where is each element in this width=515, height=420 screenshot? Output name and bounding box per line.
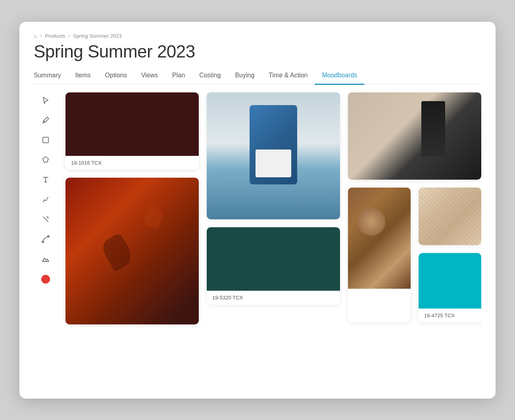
tab-moodboards[interactable]: Moodboards (315, 69, 364, 85)
column-2: 19-5320 TCX (207, 92, 340, 305)
breadcrumb-products[interactable]: Products (45, 33, 65, 39)
tab-nav: Summary Items Options Views Plan Costing… (34, 69, 481, 85)
toolbar (34, 84, 58, 384)
breadcrumb-separator2: > (67, 33, 71, 39)
landscape-tool[interactable] (39, 253, 52, 265)
polygon-tool[interactable] (39, 153, 52, 166)
swatch-dark-teal-color (207, 227, 340, 291)
card-photo-fabric[interactable] (419, 188, 481, 245)
swatch-dark-red-color (65, 92, 199, 156)
rect-tool[interactable] (39, 134, 52, 146)
app-window: ⌂ > Products > Spring Summer 2023 Spring… (19, 22, 496, 399)
svg-marker-1 (43, 157, 48, 162)
swatch-dark-teal-label: 19-5320 TCX (207, 291, 340, 305)
wood-photo (348, 188, 411, 289)
breadcrumb-separator: > (39, 33, 42, 39)
autumn-photo (65, 178, 199, 324)
home-icon[interactable]: ⌂ (34, 33, 37, 39)
column-1: 18-1016 TCX (65, 92, 199, 324)
tab-costing[interactable]: Costing (192, 69, 228, 85)
moodboard-canvas: 18-1016 TCX 19-5320 TC (58, 84, 481, 384)
page-title: Spring Summer 2023 (34, 42, 481, 61)
card-photo-fashion[interactable] (348, 92, 481, 180)
swatch-teal-label: 16-4725 TCX (419, 309, 481, 322)
breadcrumb: ⌂ > Products > Spring Summer 2023 (34, 33, 481, 39)
swatch-dark-red-label: 18-1016 TCX (65, 156, 199, 170)
denim-photo (207, 92, 340, 219)
color-picker-tool[interactable] (41, 275, 50, 284)
tab-options[interactable]: Options (98, 69, 134, 85)
tab-summary[interactable]: Summary (34, 69, 68, 85)
arrow-tool[interactable] (39, 213, 52, 226)
select-tool[interactable] (39, 94, 52, 107)
card-swatch-teal[interactable]: 16-4725 TCX (419, 253, 481, 322)
card-photo-wood[interactable] (348, 188, 411, 322)
card-swatch-dark-red[interactable]: 18-1016 TCX (65, 92, 199, 170)
line-tool[interactable] (39, 193, 52, 206)
moodboard-grid: 18-1016 TCX 19-5320 TC (65, 92, 481, 324)
column-3: 16-4725 TCX (348, 92, 481, 322)
card-photo-autumn[interactable] (65, 178, 199, 324)
fashion-photo (348, 92, 481, 180)
tab-plan[interactable]: Plan (165, 69, 192, 85)
text-tool[interactable] (39, 173, 52, 186)
tab-items[interactable]: Items (68, 69, 98, 85)
breadcrumb-current: Spring Summer 2023 (73, 33, 122, 39)
card-swatch-dark-teal[interactable]: 19-5320 TCX (207, 227, 340, 305)
tab-buying[interactable]: Buying (228, 69, 261, 85)
subgrid-right: 16-4725 TCX (348, 188, 481, 322)
curve-tool[interactable] (39, 233, 52, 245)
card-photo-denim[interactable] (207, 92, 340, 219)
svg-rect-0 (43, 137, 48, 143)
tab-views[interactable]: Views (134, 69, 165, 85)
pencil-tool[interactable] (39, 114, 52, 127)
tab-time-action[interactable]: Time & Action (261, 69, 315, 85)
fabric-photo (419, 188, 481, 245)
swatch-teal-color (419, 253, 481, 309)
main-area: 18-1016 TCX 19-5320 TC (34, 84, 481, 384)
